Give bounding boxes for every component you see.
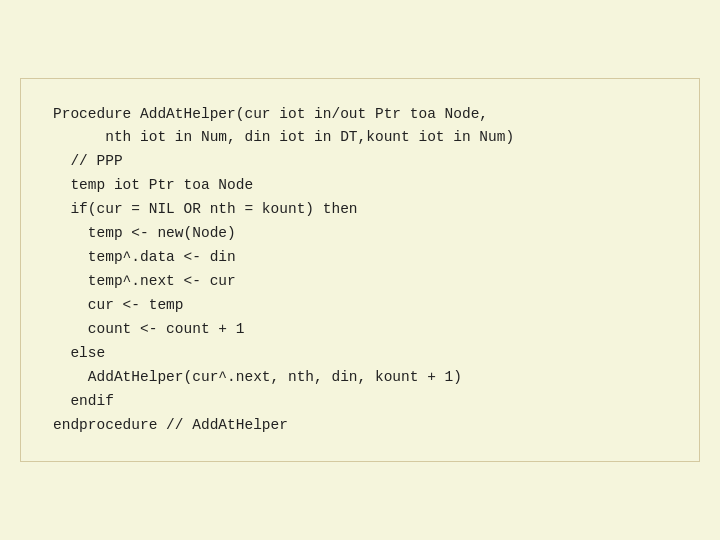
code-container: Procedure AddAtHelper(cur iot in/out Ptr…	[20, 78, 700, 463]
code-block: Procedure AddAtHelper(cur iot in/out Ptr…	[53, 103, 667, 438]
